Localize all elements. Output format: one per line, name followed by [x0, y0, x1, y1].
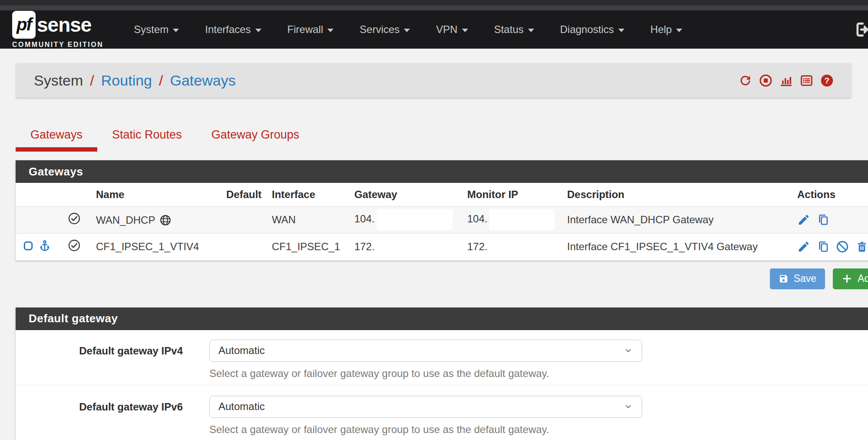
- top-navbar: pf sense COMMUNITY EDITION System Interf…: [0, 10, 868, 49]
- anchor-icon: [38, 239, 51, 252]
- col-description: Description: [560, 183, 790, 206]
- default-gateway-ipv4-label: Default gateway IPv4: [16, 340, 183, 380]
- menu-item-services[interactable]: Services: [347, 10, 423, 49]
- check-circle-icon: [68, 239, 81, 252]
- menu-item-interfaces[interactable]: Interfaces: [192, 10, 274, 49]
- menu-item-diagnostics[interactable]: Diagnostics: [547, 10, 637, 49]
- interface-cell: WAN: [265, 206, 347, 233]
- chevron-down-icon: [404, 29, 410, 32]
- monitor-ip-cell: 104.: [460, 206, 560, 233]
- save-icon: [779, 274, 789, 284]
- delete-icon[interactable]: [855, 240, 868, 253]
- copy-icon[interactable]: [817, 213, 830, 226]
- selected-value: Automatic: [218, 344, 265, 357]
- tab-gateways[interactable]: Gateways: [16, 128, 97, 152]
- gateway-cell: 172.: [347, 233, 460, 260]
- bar-chart-icon[interactable]: [779, 73, 793, 88]
- menu-label: Diagnostics: [560, 23, 614, 36]
- edit-icon[interactable]: [797, 213, 810, 226]
- menu-label: Interfaces: [205, 23, 251, 36]
- redacted-value: [489, 209, 554, 230]
- community-edition-label: COMMUNITY EDITION: [12, 41, 103, 49]
- plus-icon: [842, 273, 852, 284]
- pf-logo-box: pf: [12, 11, 36, 39]
- status-cell: [61, 233, 89, 260]
- sign-out-icon[interactable]: [852, 20, 868, 39]
- menu-label: Services: [360, 23, 399, 36]
- gateways-table: Name Default Interface Gateway Monitor I…: [16, 183, 868, 261]
- breadcrumb-separator: /: [159, 72, 163, 89]
- table-header-row: Name Default Interface Gateway Monitor I…: [16, 183, 868, 206]
- edit-icon[interactable]: [797, 240, 810, 253]
- menu-label: Help: [650, 23, 672, 36]
- copy-icon[interactable]: [817, 240, 830, 253]
- pfsense-gateways-page: pf sense COMMUNITY EDITION System Interf…: [0, 0, 868, 440]
- menu-label: VPN: [436, 23, 457, 36]
- menu-label: Status: [494, 23, 524, 36]
- default-gateway-ipv6-label: Default gateway IPv6: [16, 396, 183, 436]
- sense-logo-text: sense: [37, 13, 91, 36]
- monitor-address: 104.: [467, 213, 488, 225]
- add-button[interactable]: Add: [833, 268, 868, 289]
- stop-circle-icon[interactable]: [759, 73, 773, 88]
- check-circle-icon: [68, 212, 81, 225]
- chevron-down-icon: [327, 29, 333, 32]
- col-default: Default: [219, 183, 265, 206]
- tab-gateway-groups[interactable]: Gateway Groups: [197, 128, 314, 152]
- actions-cell: [790, 233, 868, 260]
- default-gateway-form: Default gateway IPv4 Automatic Select a …: [16, 330, 868, 440]
- menu-item-help[interactable]: Help: [637, 10, 695, 49]
- interface-cell: CF1_IPSEC_1: [265, 233, 347, 260]
- description-cell: Interface WAN_DHCP Gateway: [560, 206, 790, 233]
- breadcrumb-link-gateways[interactable]: Gateways: [170, 72, 235, 89]
- chevron-down-icon: [173, 29, 179, 32]
- menu-item-vpn[interactable]: VPN: [423, 10, 481, 49]
- gateway-name: WAN_DHCP: [96, 214, 155, 226]
- gateway-address: 172.: [354, 241, 375, 252]
- pfsense-logo[interactable]: pf sense COMMUNITY EDITION: [12, 11, 103, 49]
- globe-icon: [159, 214, 172, 226]
- col-actions: Actions: [790, 183, 868, 206]
- page-header-bar: System / Routing / Gateways: [16, 63, 851, 98]
- description-cell: Interface CF1_IPSEC_1_VTIV4 Gateway: [560, 233, 790, 260]
- actions-cell: [790, 206, 868, 233]
- monitor-address: 172.: [467, 241, 488, 252]
- help-icon[interactable]: ?: [820, 73, 834, 88]
- tab-static-routes[interactable]: Static Routes: [97, 128, 197, 152]
- default-gateway-panel-title: Default gateway: [16, 308, 868, 330]
- default-gateway-ipv4-select[interactable]: Automatic: [209, 340, 642, 362]
- chevron-down-icon: [624, 346, 633, 355]
- left-icons-cell: [16, 233, 61, 260]
- window-top-band: [0, 5, 868, 10]
- gateway-name: CF1_IPSEC_1_VTIV4: [96, 241, 199, 252]
- log-icon[interactable]: [799, 73, 814, 88]
- name-cell: CF1_IPSEC_1_VTIV4: [89, 233, 219, 260]
- table-row: WAN_DHCP WAN: [16, 206, 868, 233]
- default-gateway-panel: Default gateway Default gateway IPv4 Aut…: [16, 308, 868, 440]
- col-interface: Interface: [265, 183, 347, 206]
- form-row-ipv4: Default gateway IPv4 Automatic Select a …: [16, 330, 868, 385]
- table-row: CF1_IPSEC_1_VTIV4 CF1_IPSEC_1 172. 172. …: [16, 233, 868, 260]
- name-cell: WAN_DHCP: [89, 206, 219, 233]
- redacted-value: [376, 209, 452, 230]
- menu-item-status[interactable]: Status: [481, 10, 547, 49]
- save-button[interactable]: Save: [770, 268, 825, 289]
- pf-logo-text: pf: [17, 15, 31, 34]
- menu-label: Firewall: [287, 23, 323, 36]
- monitor-ip-cell: 172.: [460, 233, 560, 260]
- col-name: Name: [89, 183, 219, 206]
- disable-icon[interactable]: [836, 240, 849, 253]
- default-cell: [219, 233, 265, 260]
- refresh-icon[interactable]: [738, 73, 752, 88]
- left-icons-cell: [16, 206, 61, 233]
- breadcrumb-link-routing[interactable]: Routing: [101, 72, 152, 89]
- menu-item-firewall[interactable]: Firewall: [274, 10, 347, 49]
- menu-item-system[interactable]: System: [121, 10, 192, 49]
- window-top-strip: [0, 0, 868, 10]
- breadcrumb-system: System: [34, 72, 83, 89]
- gateways-panel: Gateways Name Default Interface Gateway …: [16, 160, 868, 261]
- default-gateway-ipv6-select[interactable]: Automatic: [209, 396, 642, 418]
- col-status: [61, 183, 89, 206]
- selected-value: Automatic: [218, 400, 265, 413]
- col-left-icons: [16, 183, 61, 206]
